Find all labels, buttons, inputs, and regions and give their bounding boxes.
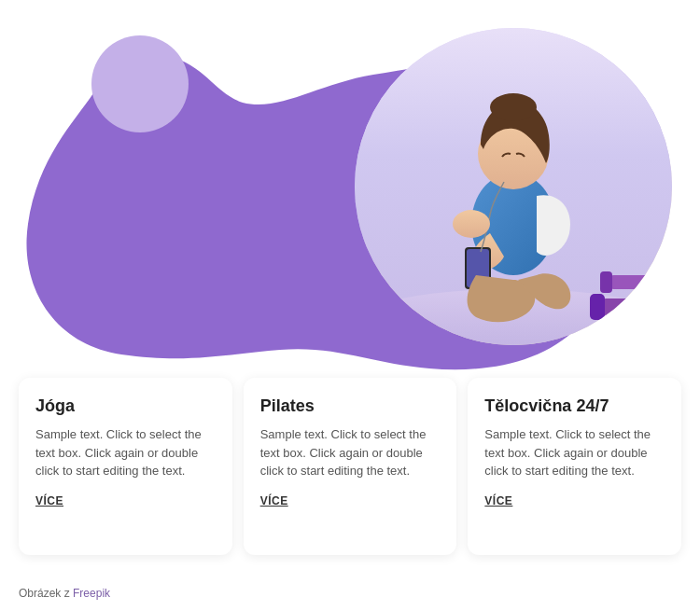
svg-point-8 bbox=[453, 210, 490, 238]
svg-rect-11 bbox=[646, 294, 661, 320]
gym-link[interactable]: VÍCE bbox=[484, 494, 512, 507]
pilates-link[interactable]: VÍCE bbox=[260, 494, 288, 507]
gym-title: Tělocvična 24/7 bbox=[484, 396, 665, 416]
gym-card: Tělocvična 24/7 Sample text. Click to se… bbox=[468, 378, 681, 555]
svg-rect-12 bbox=[607, 275, 653, 289]
svg-rect-14 bbox=[648, 271, 660, 293]
svg-rect-9 bbox=[597, 299, 653, 315]
svg-point-5 bbox=[490, 93, 537, 121]
yoga-title: Jóga bbox=[35, 396, 216, 416]
yoga-link[interactable]: VÍCE bbox=[35, 494, 63, 507]
svg-point-0 bbox=[91, 35, 189, 132]
pilates-card: Pilates Sample text. Click to select the… bbox=[244, 378, 457, 555]
footer-text: Obrázek z bbox=[19, 587, 73, 600]
svg-rect-13 bbox=[600, 271, 612, 293]
yoga-card: Jóga Sample text. Click to select the te… bbox=[19, 378, 232, 555]
gym-text: Sample text. Click to select the text bo… bbox=[484, 425, 665, 480]
hero-photo bbox=[355, 28, 672, 345]
pilates-title: Pilates bbox=[260, 396, 441, 416]
footer-link[interactable]: Freepik bbox=[73, 587, 110, 600]
pilates-text: Sample text. Click to select the text bo… bbox=[260, 425, 441, 480]
hero-section bbox=[0, 0, 700, 373]
yoga-text: Sample text. Click to select the text bo… bbox=[35, 425, 216, 480]
footer: Obrázek z Freepik bbox=[19, 587, 110, 600]
svg-rect-10 bbox=[590, 294, 605, 320]
cards-section: Jóga Sample text. Click to select the te… bbox=[19, 378, 681, 555]
